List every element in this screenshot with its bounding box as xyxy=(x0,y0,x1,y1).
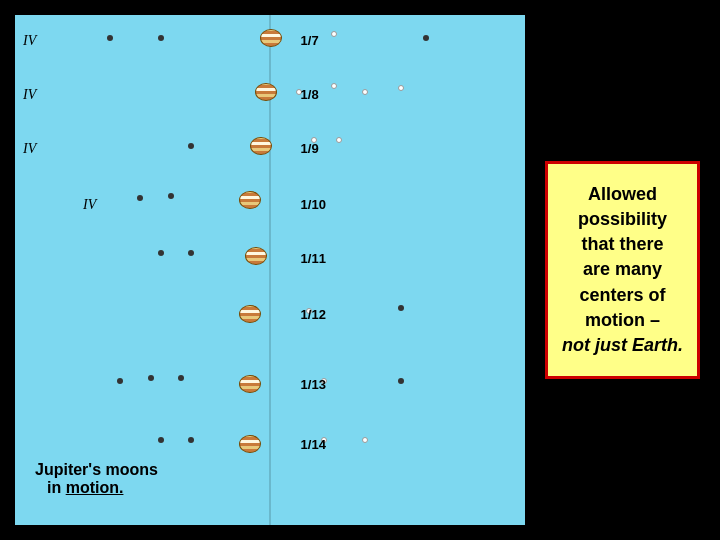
frac-3: 1/9 xyxy=(301,141,319,156)
frac-8: 1/14 xyxy=(301,437,326,452)
text-motion: motion – xyxy=(585,310,660,330)
info-panel: Allowed possibility that there are many … xyxy=(525,0,720,540)
row-label-1: IV xyxy=(23,33,36,49)
text-not-just-earth: not just Earth. xyxy=(562,335,683,355)
frac-2: 1/8 xyxy=(301,87,319,102)
caption: Jupiter's moons in motion. xyxy=(35,461,158,497)
text-are-many: are many xyxy=(583,259,662,279)
main-container: IV 1/7 IV 1/8 IV 1/9 IV 1/10 1/11 xyxy=(0,0,720,540)
text-allowed: Allowed xyxy=(588,184,657,204)
row-label-2: IV xyxy=(23,87,36,103)
frac-4: 1/10 xyxy=(301,197,326,212)
text-centers-of: centers of xyxy=(579,285,665,305)
frac-5: 1/11 xyxy=(301,251,326,266)
frac-6: 1/12 xyxy=(301,307,326,322)
frac-7: 1/13 xyxy=(301,377,326,392)
info-text-box: Allowed possibility that there are many … xyxy=(545,161,700,379)
frac-1: 1/7 xyxy=(301,33,319,48)
animation-panel: IV 1/7 IV 1/8 IV 1/9 IV 1/10 1/11 xyxy=(15,15,525,525)
row-label-4: IV xyxy=(83,197,96,213)
text-that-there: that there xyxy=(581,234,663,254)
text-possibility: possibility xyxy=(578,209,667,229)
row-label-3: IV xyxy=(23,141,36,157)
